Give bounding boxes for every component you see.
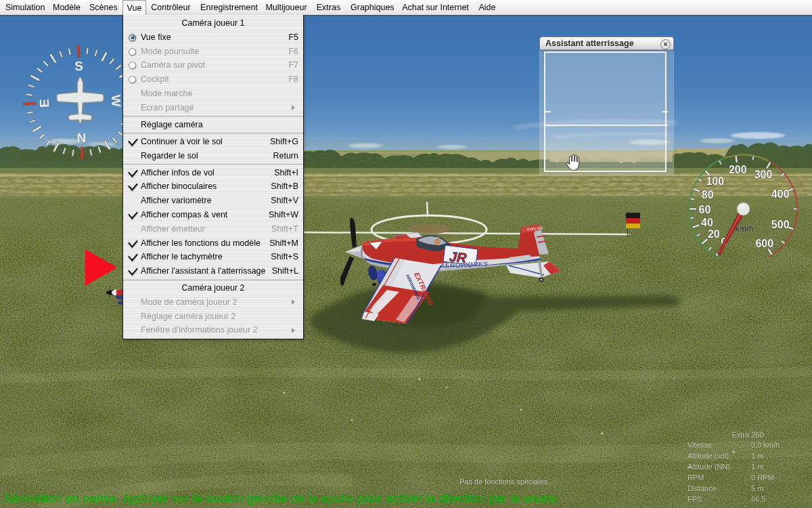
svg-text:400: 400 <box>771 188 790 200</box>
svg-text:80: 80 <box>702 189 714 200</box>
svg-text:300: 300 <box>754 169 773 180</box>
svg-text:600: 600 <box>755 238 773 249</box>
svg-text:100: 100 <box>706 175 724 187</box>
svg-text:20: 20 <box>708 228 720 240</box>
svg-text:200: 200 <box>729 164 747 175</box>
svg-text:500: 500 <box>771 219 790 230</box>
svg-text:40: 40 <box>701 217 713 228</box>
svg-text:60: 60 <box>699 204 711 215</box>
